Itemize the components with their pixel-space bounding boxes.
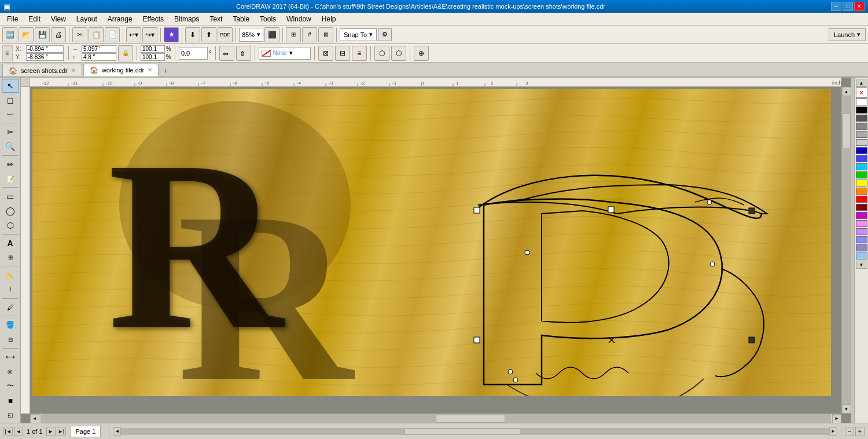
rect-tool[interactable]: ▭ [2, 189, 19, 203]
color-black[interactable] [856, 107, 867, 114]
color-dropdown[interactable]: None ▾ [259, 47, 311, 60]
redo-button[interactable]: ↪▾ [142, 27, 157, 42]
maximize-button[interactable]: □ [843, 2, 853, 11]
flip-button[interactable]: ⊠ [318, 46, 333, 61]
mirror-h-button[interactable]: ⇔ [219, 46, 234, 61]
import-button[interactable]: ⬇ [185, 27, 200, 42]
menu-bitmaps[interactable]: Bitmaps [170, 14, 204, 24]
align-button[interactable]: ⊞ [286, 27, 301, 42]
distort-tool[interactable]: 〜 [2, 379, 19, 393]
status-scroll-right[interactable]: ► [829, 427, 837, 436]
add-node-button[interactable]: ⊕ [414, 46, 429, 61]
tab-screenshots[interactable]: 🏠 screen shots.cdr ✕ [2, 64, 82, 76]
color-pink[interactable] [856, 220, 867, 227]
shape-tool[interactable]: ◻ [2, 93, 19, 107]
menu-edit[interactable]: Edit [24, 14, 45, 24]
menu-view[interactable]: View [46, 14, 71, 24]
status-h-thumb[interactable] [404, 429, 520, 434]
polygon-tool[interactable]: ⬡ [2, 218, 19, 232]
angle-input[interactable] [179, 47, 208, 60]
table-tool[interactable]: ⊞ [2, 250, 19, 264]
palette-scroll-down[interactable]: ▼ [856, 261, 867, 269]
freehand-tool[interactable]: ✏ [2, 158, 19, 171]
zoom-tool[interactable]: 🔍 [2, 140, 19, 153]
height-input[interactable] [82, 53, 116, 61]
tab-working-file[interactable]: 🏠 working file.cdr ✕ [83, 64, 159, 76]
export-button[interactable]: ⬆ [201, 27, 216, 42]
options-button[interactable]: ⚙ [378, 28, 392, 41]
menu-text[interactable]: Text [205, 14, 227, 24]
full-screen-button[interactable]: ⬛ [264, 27, 279, 42]
zoom-dropdown[interactable]: 85% ▾ [239, 28, 263, 42]
menu-file[interactable]: File [2, 14, 23, 24]
color-sky[interactable] [856, 253, 867, 259]
x-input[interactable] [26, 45, 64, 53]
status-scroll-left[interactable]: ◄ [113, 427, 121, 436]
color-orange[interactable] [856, 188, 867, 195]
menu-layout[interactable]: Layout [72, 14, 102, 24]
mirror-v-button[interactable]: ⇕ [236, 46, 251, 61]
scroll-up-button[interactable]: ▲ [842, 87, 851, 96]
color-slate[interactable] [856, 244, 867, 251]
guidelines-button[interactable]: ⊠ [318, 27, 333, 42]
flip2-button[interactable]: ⊟ [335, 46, 350, 61]
crop-tool[interactable]: ✂ [2, 125, 19, 139]
page-tab-1[interactable]: Page 1 [71, 426, 101, 437]
color-lighter-gray[interactable] [856, 139, 867, 146]
zoom-out-button[interactable]: − [845, 427, 854, 436]
tab2-close[interactable]: ✕ [148, 67, 152, 73]
text-tool[interactable]: A [2, 236, 19, 250]
color-blue[interactable] [856, 147, 867, 154]
undo-button[interactable]: ↩▾ [126, 27, 141, 42]
shadow-tool[interactable]: ◼ [2, 393, 19, 407]
scroll-down-button[interactable]: ▼ [842, 404, 851, 414]
color-light-gray[interactable] [856, 131, 867, 138]
paste-button[interactable]: 📄 [105, 27, 120, 42]
grid-button[interactable]: # [302, 27, 317, 42]
align-dist-button[interactable]: ≡ [352, 46, 367, 61]
pdf-button[interactable]: PDF [218, 27, 233, 42]
color-lilac[interactable] [856, 228, 867, 235]
color-periwinkle[interactable] [856, 236, 867, 243]
transparency-tool[interactable]: ◱ [2, 408, 19, 422]
blend-tool[interactable]: ⟷ [2, 350, 19, 364]
menu-tools[interactable]: Tools [255, 14, 281, 24]
color-dark-red[interactable] [856, 204, 867, 211]
menu-effects[interactable]: Effects [138, 14, 168, 24]
ungroup-button[interactable]: ⬡ [391, 46, 406, 61]
menu-arrange[interactable]: Arrange [103, 14, 137, 24]
color-white[interactable] [856, 98, 867, 105]
scroll-right-button[interactable]: ► [832, 414, 841, 423]
open-button[interactable]: 📂 [19, 27, 34, 42]
select-tool[interactable]: ↖ [2, 79, 19, 93]
smear-tool[interactable]: 〰 [2, 108, 19, 122]
mesh-fill-tool[interactable]: ⊟ [2, 332, 19, 346]
palette-no-color[interactable]: ✕ [856, 87, 867, 98]
color-cyan[interactable] [856, 163, 867, 170]
snap-to-dropdown[interactable]: Snap To ▾ [340, 28, 377, 41]
fill-tool[interactable]: 🪣 [2, 318, 19, 332]
new-button[interactable]: 🆕 [2, 27, 17, 42]
first-page-button[interactable]: |◄ [3, 427, 13, 436]
scale-y-input[interactable] [141, 53, 165, 61]
width-input[interactable] [82, 45, 116, 53]
contour-tool[interactable]: ◎ [2, 365, 19, 379]
close-button[interactable]: ✕ [854, 2, 865, 11]
color-green[interactable] [856, 171, 867, 178]
scroll-left-button[interactable]: ◄ [30, 414, 39, 423]
minimize-button[interactable]: ─ [831, 2, 841, 11]
ellipse-tool[interactable]: ◯ [2, 204, 19, 218]
next-page-button[interactable]: ► [46, 427, 56, 436]
corel-button[interactable]: ★ [164, 27, 179, 42]
menu-table[interactable]: Table [228, 14, 254, 24]
scroll-thumb-horizontal[interactable] [436, 415, 505, 423]
y-input[interactable] [26, 53, 64, 61]
color-dark-gray[interactable] [856, 115, 867, 122]
prev-page-button[interactable]: ◄ [14, 427, 23, 436]
copy-button[interactable]: 📋 [89, 27, 104, 42]
color-gray[interactable] [856, 123, 867, 130]
launch-button[interactable]: Launch ▾ [829, 28, 866, 41]
color-red[interactable] [856, 196, 867, 203]
smart-draw-tool[interactable]: 📝 [2, 172, 19, 186]
palette-scroll-up[interactable]: ▲ [856, 79, 867, 87]
